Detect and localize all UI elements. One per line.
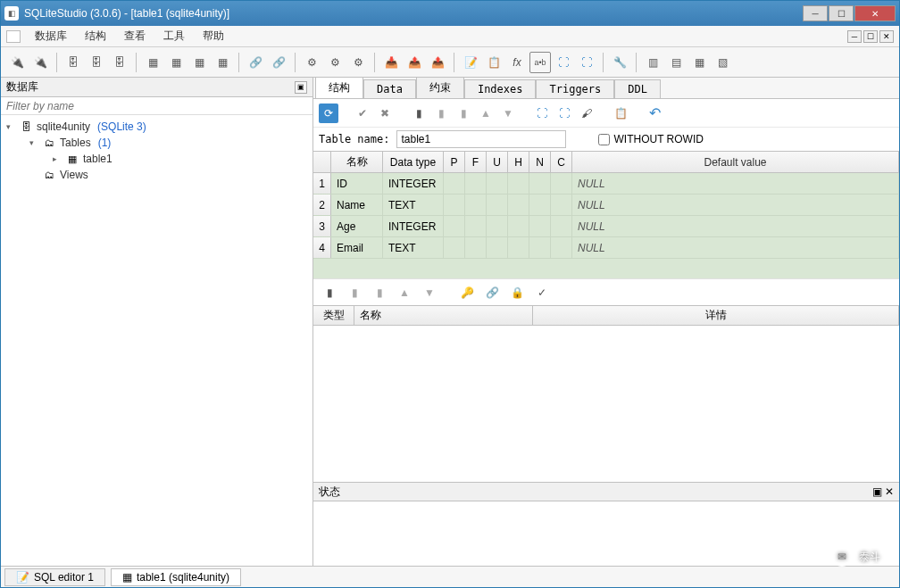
paint-icon[interactable]: 🖌 <box>577 104 596 123</box>
tree-table1-node[interactable]: ▸ ▦ table1 <box>3 151 311 167</box>
tab-data[interactable]: Data <box>363 79 416 98</box>
new-table-icon[interactable]: ▦ <box>142 52 163 73</box>
rollback-icon[interactable]: ✖ <box>375 104 395 123</box>
gear3-icon[interactable]: ⚙ <box>347 52 369 73</box>
f-cell[interactable] <box>465 237 487 258</box>
mdi-restore-button[interactable]: ☐ <box>863 30 878 43</box>
minimize-button[interactable]: ─ <box>803 5 828 21</box>
sidebar-dock-button[interactable]: ▣ <box>295 81 307 94</box>
status-close-button[interactable]: ✕ <box>885 485 894 498</box>
expand-icon[interactable]: ⛶ <box>553 52 574 73</box>
link2-icon[interactable]: 🔗 <box>268 52 289 73</box>
add-column-icon[interactable]: ▮ <box>409 104 429 123</box>
colname-cell[interactable]: Name <box>331 195 383 215</box>
layout3-icon[interactable]: ▦ <box>688 52 710 73</box>
mdi-close-button[interactable]: ✕ <box>879 30 894 43</box>
menu-view[interactable]: 查看 <box>115 27 154 46</box>
p-cell[interactable] <box>444 195 465 215</box>
pk-icon[interactable]: 🔑 <box>456 282 478 303</box>
h-cell[interactable] <box>508 237 529 258</box>
copy-icon[interactable]: 📋 <box>611 104 630 123</box>
constraint-details-header[interactable]: 详情 <box>533 306 899 325</box>
ab-icon[interactable]: a•b <box>529 52 551 73</box>
move-down-icon[interactable]: ▼ <box>498 104 518 123</box>
menu-database[interactable]: 数据库 <box>26 27 76 46</box>
fx-icon[interactable]: fx <box>506 52 528 73</box>
without-rowid-checkbox[interactable]: WITHOUT ROWID <box>598 133 703 145</box>
undo-icon[interactable]: ↶ <box>645 104 664 123</box>
connect-icon[interactable]: 🔌 <box>6 52 28 73</box>
menu-tools[interactable]: 工具 <box>154 27 194 46</box>
default-cell[interactable]: NULL <box>572 237 899 258</box>
u-cell[interactable] <box>487 216 508 236</box>
n-cell[interactable] <box>529 195 551 215</box>
fk-icon[interactable]: 🔗 <box>481 282 503 303</box>
colname-cell[interactable]: ID <box>331 173 383 194</box>
bottom-tab-table[interactable]: ▦ table1 (sqlite4unity) <box>111 568 241 586</box>
column-row[interactable]: 1IDINTEGERNULL <box>313 173 899 195</box>
maximize-button[interactable]: ☐ <box>829 5 854 21</box>
expand2-icon[interactable]: ⛶ <box>532 104 552 123</box>
header-f[interactable]: F <box>465 152 487 172</box>
h-cell[interactable] <box>508 216 529 236</box>
column-row[interactable]: 4EmailTEXTNULL <box>313 237 899 259</box>
new-view-icon[interactable]: ▦ <box>212 52 233 73</box>
sql-editor-icon[interactable]: 📝 <box>460 52 481 73</box>
column-row[interactable]: 2NameTEXTNULL <box>313 195 899 216</box>
del-column-icon[interactable]: ▮ <box>454 104 473 123</box>
header-p[interactable]: P <box>444 152 465 172</box>
tree-tables-node[interactable]: ▾ 🗂 Tables (1) <box>3 135 311 151</box>
without-rowid-input[interactable] <box>598 134 610 145</box>
f-cell[interactable] <box>465 216 487 236</box>
menu-structure[interactable]: 结构 <box>76 27 115 46</box>
del-constraint-icon[interactable]: ▮ <box>369 282 390 303</box>
header-n[interactable]: N <box>529 152 551 172</box>
colname-cell[interactable]: Age <box>331 216 383 236</box>
layout1-icon[interactable]: ▥ <box>642 52 663 73</box>
c-cell[interactable] <box>551 195 572 215</box>
f-cell[interactable] <box>465 173 487 194</box>
table-name-input[interactable] <box>396 130 566 148</box>
chk-icon[interactable]: ✓ <box>531 282 553 303</box>
status-dock-button[interactable]: ▣ <box>872 485 882 498</box>
h-cell[interactable] <box>508 173 529 194</box>
add-db-icon[interactable]: 🗄 <box>62 52 84 73</box>
f-cell[interactable] <box>465 195 487 215</box>
tree-db-node[interactable]: ▾ 🗄 sqlite4unity (SQLite 3) <box>3 119 311 135</box>
link-icon[interactable]: 🔗 <box>245 52 266 73</box>
commit-icon[interactable]: ✔ <box>353 104 372 123</box>
header-datatype[interactable]: Data type <box>383 152 444 172</box>
menu-help[interactable]: 帮助 <box>194 27 233 46</box>
c-down-icon[interactable]: ▼ <box>419 282 440 303</box>
tree-views-node[interactable]: 🗂 Views <box>3 167 311 183</box>
p-cell[interactable] <box>444 237 465 258</box>
c-cell[interactable] <box>551 173 572 194</box>
refresh-icon[interactable]: ⟳ <box>319 104 338 123</box>
header-c[interactable]: C <box>551 152 572 172</box>
gear-icon[interactable]: ⚙ <box>301 52 322 73</box>
default-cell[interactable]: NULL <box>572 195 899 215</box>
edit-table-icon[interactable]: ▦ <box>165 52 187 73</box>
header-default[interactable]: Default value <box>572 152 899 172</box>
chevron-down-icon[interactable]: ▾ <box>6 122 15 131</box>
n-cell[interactable] <box>529 173 551 194</box>
tab-triggers[interactable]: Triggers <box>536 79 614 98</box>
tab-structure[interactable]: 结构 <box>315 77 363 98</box>
coltype-cell[interactable]: TEXT <box>383 195 444 215</box>
coltype-cell[interactable]: INTEGER <box>383 173 444 194</box>
del-table-icon[interactable]: ▦ <box>188 52 210 73</box>
mdi-minimize-button[interactable]: ─ <box>847 30 862 43</box>
import-icon[interactable]: 📥 <box>380 52 402 73</box>
tab-constraints[interactable]: 约束 <box>416 77 464 98</box>
p-cell[interactable] <box>444 216 465 236</box>
default-cell[interactable]: NULL <box>572 173 899 194</box>
move-up-icon[interactable]: ▲ <box>476 104 496 123</box>
u-cell[interactable] <box>487 173 508 194</box>
h-cell[interactable] <box>508 195 529 215</box>
export-icon[interactable]: 📤 <box>404 52 425 73</box>
uq-icon[interactable]: 🔒 <box>506 282 528 303</box>
constraint-type-header[interactable]: 类型 <box>313 306 354 325</box>
remove-db-icon[interactable]: 🗄 <box>109 52 130 73</box>
header-name[interactable]: 名称 <box>331 152 383 172</box>
default-cell[interactable]: NULL <box>572 216 899 236</box>
